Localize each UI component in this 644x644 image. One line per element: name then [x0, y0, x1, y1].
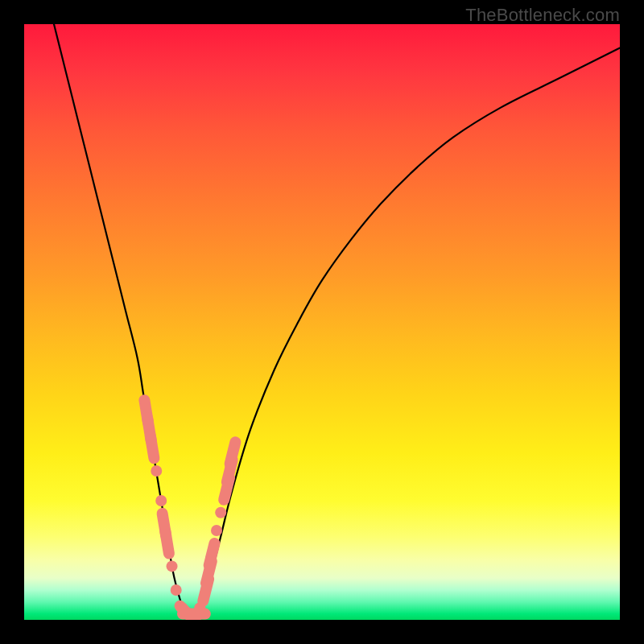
data-marker-dot	[211, 525, 222, 536]
data-marker-dot	[167, 560, 178, 572]
data-marker-segment	[151, 436, 155, 459]
watermark-text: TheBottleneck.com	[465, 5, 620, 26]
data-marker-dot	[215, 507, 226, 518]
curve-path	[54, 24, 620, 620]
data-marker-segment	[209, 543, 215, 565]
data-marker-segment	[230, 442, 236, 464]
marker-group	[144, 400, 235, 620]
data-marker-dot	[151, 465, 162, 477]
chart-container: TheBottleneck.com	[0, 0, 644, 644]
plot-area	[24, 24, 620, 620]
data-marker-segment	[165, 531, 169, 554]
plot-svg	[24, 24, 620, 620]
data-marker-dot	[171, 584, 182, 596]
bottleneck-curve	[54, 24, 620, 620]
data-marker-dot	[155, 495, 167, 506]
